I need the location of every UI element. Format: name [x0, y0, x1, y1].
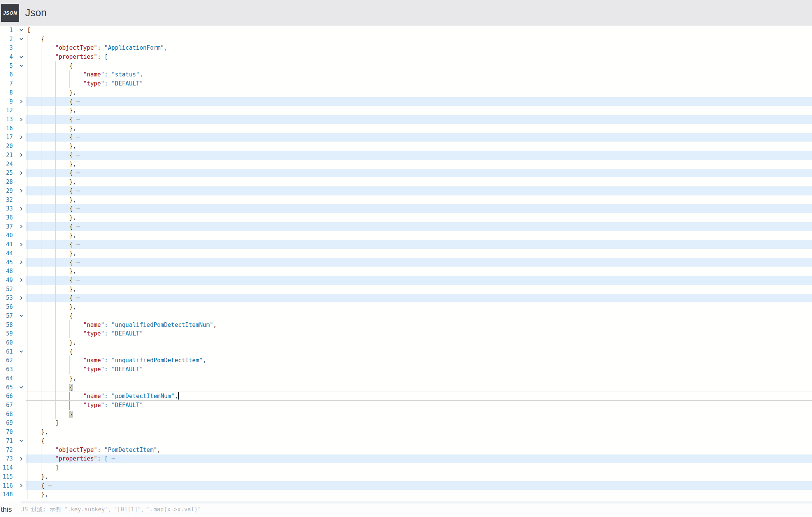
code-content[interactable]: "name": "status",	[26, 70, 812, 79]
code-line[interactable]: 71 {	[0, 436, 812, 445]
json-editor[interactable]: 1[2 {3 "objectType": "ApplicationForm",4…	[0, 26, 812, 499]
folded-ellipsis[interactable]: ⋯	[73, 116, 80, 123]
code-line[interactable]: 73 "properties": [ ⋯	[0, 454, 812, 464]
folded-ellipsis[interactable]: ⋯	[73, 134, 80, 140]
code-content[interactable]: },	[26, 427, 812, 436]
code-content[interactable]: },	[26, 249, 812, 258]
code-line[interactable]: 58 "name": "unqualifiedPomDetectItemNum"…	[0, 320, 812, 329]
code-content[interactable]: { ⋯	[26, 258, 812, 267]
code-content[interactable]: }	[26, 410, 812, 419]
code-content[interactable]: },	[26, 142, 812, 151]
code-content[interactable]: {	[26, 436, 812, 445]
code-line[interactable]: 64 },	[0, 374, 812, 383]
code-line[interactable]: 17 { ⋯	[0, 133, 812, 142]
code-content[interactable]: "type": "DEFAULT"	[26, 401, 812, 410]
code-content[interactable]: },	[26, 302, 812, 311]
folded-ellipsis[interactable]: ⋯	[73, 259, 80, 266]
code-line[interactable]: 68 }	[0, 410, 812, 419]
code-line[interactable]: 2 {	[0, 35, 812, 44]
code-content[interactable]: },	[26, 106, 812, 115]
chevron-down-icon[interactable]	[13, 26, 26, 35]
chevron-right-icon[interactable]	[13, 115, 26, 124]
code-line[interactable]: 20 },	[0, 142, 812, 151]
code-line[interactable]: 56 },	[0, 302, 812, 311]
code-content[interactable]: "objectType": "PomDetectItem",	[26, 445, 812, 454]
chevron-right-icon[interactable]	[13, 481, 26, 490]
folded-ellipsis[interactable]: ⋯	[45, 482, 52, 489]
code-line[interactable]: 28 },	[0, 177, 812, 186]
code-line[interactable]: 37 { ⋯	[0, 222, 812, 231]
code-line[interactable]: 65 {	[0, 383, 812, 392]
code-line[interactable]: 33 { ⋯	[0, 204, 812, 213]
code-line[interactable]: 24 },	[0, 160, 812, 169]
code-content[interactable]: "name": "unqualifiedPomDetectItemNum",	[26, 320, 812, 329]
folded-ellipsis[interactable]: ⋯	[73, 223, 80, 230]
code-content[interactable]: },	[26, 195, 812, 204]
code-line[interactable]: 114 ]	[0, 463, 812, 472]
code-line[interactable]: 21 { ⋯	[0, 151, 812, 160]
code-content[interactable]: },	[26, 231, 812, 240]
code-content[interactable]: { ⋯	[26, 115, 812, 124]
chevron-right-icon[interactable]	[13, 294, 26, 303]
code-line[interactable]: 66 "name": "pomDetectItemNum",	[0, 392, 812, 401]
chevron-down-icon[interactable]	[13, 311, 26, 320]
chevron-right-icon[interactable]	[13, 97, 26, 106]
code-content[interactable]: { ⋯	[26, 276, 812, 285]
code-content[interactable]: {	[26, 383, 812, 392]
code-line[interactable]: 9 { ⋯	[0, 97, 812, 106]
code-line[interactable]: 7 "type": "DEFAULT"	[0, 79, 812, 88]
code-content[interactable]: ]	[26, 419, 812, 428]
folded-ellipsis[interactable]: ⋯	[73, 152, 80, 159]
code-line[interactable]: 40 },	[0, 231, 812, 240]
code-content[interactable]: { ⋯	[26, 240, 812, 249]
code-line[interactable]: 61 {	[0, 347, 812, 356]
code-content[interactable]: },	[26, 267, 812, 276]
code-line[interactable]: 57 {	[0, 311, 812, 320]
code-content[interactable]: },	[26, 472, 812, 481]
code-content[interactable]: { ⋯	[26, 294, 812, 303]
folded-ellipsis[interactable]: ⋯	[108, 455, 115, 462]
code-line[interactable]: 41 { ⋯	[0, 240, 812, 249]
code-content[interactable]: { ⋯	[26, 481, 812, 490]
code-line[interactable]: 8 },	[0, 88, 812, 97]
code-line[interactable]: 4 "properties": [	[0, 52, 812, 61]
folded-ellipsis[interactable]: ⋯	[73, 188, 80, 194]
chevron-down-icon[interactable]	[13, 383, 26, 392]
code-content[interactable]: "type": "DEFAULT"	[26, 79, 812, 88]
folded-ellipsis[interactable]: ⋯	[73, 205, 80, 212]
chevron-down-icon[interactable]	[13, 52, 26, 61]
code-content[interactable]: ]	[26, 463, 812, 472]
code-content[interactable]: { ⋯	[26, 222, 812, 231]
code-content[interactable]: "name": "pomDetectItemNum",	[26, 392, 812, 401]
folded-ellipsis[interactable]: ⋯	[73, 241, 80, 248]
chevron-down-icon[interactable]	[13, 35, 26, 44]
code-line[interactable]: 52 },	[0, 285, 812, 294]
chevron-right-icon[interactable]	[13, 222, 26, 231]
folded-ellipsis[interactable]: ⋯	[73, 294, 80, 301]
code-content[interactable]: { ⋯	[26, 133, 812, 142]
code-content[interactable]: { ⋯	[26, 186, 812, 195]
code-content[interactable]: { ⋯	[26, 204, 812, 213]
code-line[interactable]: 45 { ⋯	[0, 258, 812, 267]
code-content[interactable]: {	[26, 35, 812, 44]
code-content[interactable]: },	[26, 88, 812, 97]
code-content[interactable]: "properties": [	[26, 52, 812, 61]
code-line[interactable]: 48 },	[0, 267, 812, 276]
code-line[interactable]: 12 },	[0, 106, 812, 115]
code-line[interactable]: 13 { ⋯	[0, 115, 812, 124]
code-line[interactable]: 3 "objectType": "ApplicationForm",	[0, 43, 812, 52]
code-content[interactable]: },	[26, 213, 812, 222]
code-line[interactable]: 69 ]	[0, 419, 812, 428]
code-line[interactable]: 115 },	[0, 472, 812, 481]
code-content[interactable]: "objectType": "ApplicationForm",	[26, 43, 812, 52]
code-line[interactable]: 6 "name": "status",	[0, 70, 812, 79]
folded-ellipsis[interactable]: ⋯	[73, 277, 80, 284]
code-line[interactable]: 44 },	[0, 249, 812, 258]
code-line[interactable]: 63 "type": "DEFAULT"	[0, 365, 812, 374]
code-content[interactable]: "type": "DEFAULT"	[26, 365, 812, 374]
chevron-right-icon[interactable]	[13, 133, 26, 142]
code-line[interactable]: 29 { ⋯	[0, 186, 812, 195]
chevron-right-icon[interactable]	[13, 454, 26, 464]
code-line[interactable]: 62 "name": "unqualifiedPomDetectItem",	[0, 356, 812, 365]
code-line[interactable]: 148 },	[0, 490, 812, 499]
